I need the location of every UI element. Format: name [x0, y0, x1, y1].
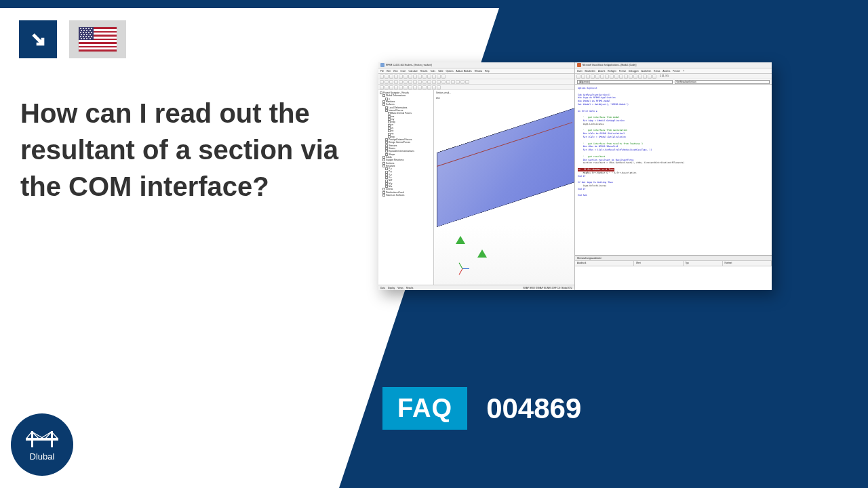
>-button[interactable] — [394, 85, 398, 89]
break-button[interactable] — [619, 75, 623, 79]
sel-button[interactable] — [418, 75, 422, 79]
help-button[interactable] — [652, 75, 656, 79]
menu-item[interactable]: Ansicht — [598, 70, 605, 73]
help-button[interactable] — [437, 85, 441, 89]
status-tab[interactable]: Results — [406, 287, 414, 289]
save-button[interactable] — [581, 75, 585, 79]
rfem-toolbar-2[interactable] — [378, 79, 574, 85]
menu-item[interactable]: Window — [475, 70, 482, 73]
menu-item[interactable]: Bearbeiten — [585, 70, 595, 73]
reset-button[interactable] — [624, 75, 628, 79]
iso-button[interactable] — [380, 80, 384, 84]
layer-button[interactable] — [437, 75, 441, 79]
pan-button[interactable] — [413, 80, 417, 84]
run-button[interactable] — [614, 75, 618, 79]
find-button[interactable] — [600, 75, 604, 79]
paste-button[interactable] — [413, 75, 417, 79]
menu-item[interactable]: Einfügen — [608, 70, 616, 73]
status-tab[interactable]: Data — [380, 287, 385, 289]
menu-item[interactable]: Results — [420, 70, 428, 73]
opts-button[interactable] — [403, 85, 408, 89]
find-button[interactable] — [422, 75, 427, 79]
menu-item[interactable]: Format — [619, 70, 626, 73]
menu-item[interactable]: Fenster — [673, 70, 680, 73]
render-button[interactable] — [422, 80, 427, 84]
redo-button[interactable] — [610, 75, 614, 79]
menu-item[interactable]: View — [393, 70, 398, 73]
copy-button[interactable] — [591, 75, 595, 79]
zoomr-button[interactable] — [408, 80, 412, 84]
menu-item[interactable]: File — [380, 70, 384, 73]
redo-button[interactable] — [403, 75, 408, 79]
scale-button[interactable] — [427, 85, 431, 89]
anim-button[interactable] — [460, 80, 465, 84]
props-button[interactable] — [643, 75, 647, 79]
menu-item[interactable]: Options — [446, 70, 454, 73]
obj-button[interactable] — [648, 75, 652, 79]
vba-watch-panel[interactable]: Überwachungsausdrücke AusdruckWertTypKon… — [575, 255, 772, 290]
res-button[interactable] — [456, 80, 460, 84]
snap-button[interactable] — [432, 75, 436, 79]
wire-button[interactable] — [427, 80, 431, 84]
menu-item[interactable]: Tools — [430, 70, 435, 73]
rot-button[interactable] — [418, 80, 422, 84]
LC1-button[interactable] — [384, 85, 389, 89]
undo-button[interactable] — [399, 75, 403, 79]
menu-item[interactable]: Table — [438, 70, 443, 73]
zoomw-button[interactable] — [403, 80, 408, 84]
<-button[interactable] — [389, 85, 393, 89]
rfem-menubar[interactable]: FileEditViewInsertCalculateResultsToolsT… — [378, 68, 574, 74]
vba-scope-dropdown[interactable]: (Allgemein) — [577, 80, 673, 84]
project-navigator-tree[interactable]: Project Navigator - ResultsGlobal Deform… — [378, 90, 434, 285]
menu-item[interactable]: Calculate — [408, 70, 417, 73]
undo-button[interactable] — [605, 75, 609, 79]
vba-proc-dropdown[interactable]: GetResultantSection — [675, 80, 770, 84]
vba-code-selectors[interactable]: (Allgemein) GetResultantSection — [575, 79, 772, 85]
print-button[interactable] — [394, 75, 398, 79]
view-button[interactable] — [576, 75, 580, 79]
step-button[interactable] — [633, 75, 637, 79]
grid-button[interactable] — [427, 75, 431, 79]
vba-toolbar[interactable]: Z 26, S 5 — [575, 74, 772, 79]
menu-item[interactable]: Extras — [654, 70, 660, 73]
lc-sel-button[interactable] — [380, 85, 384, 89]
meas-button[interactable] — [465, 80, 469, 84]
play-button[interactable] — [399, 85, 403, 89]
colors-button[interactable] — [422, 85, 427, 89]
load-button[interactable] — [451, 80, 455, 84]
label-button[interactable] — [432, 85, 436, 89]
save-button[interactable] — [389, 75, 393, 79]
vba-code-editor[interactable]: Option Explicit Sub GetResultantSection(… — [575, 85, 772, 255]
copy-button[interactable] — [408, 75, 412, 79]
axes-button[interactable] — [441, 80, 446, 84]
menu-item[interactable]: ? — [683, 70, 684, 73]
new-button[interactable] — [380, 75, 384, 79]
cut-button[interactable] — [586, 75, 590, 79]
menu-item[interactable]: Help — [485, 70, 490, 73]
filter-button[interactable] — [418, 85, 422, 89]
show-button[interactable] — [408, 85, 412, 89]
hide-button[interactable] — [413, 85, 417, 89]
menu-item[interactable]: Add-Ins — [663, 70, 670, 73]
menu-item[interactable]: Edit — [387, 70, 391, 73]
view-button[interactable] — [441, 75, 446, 79]
open-button[interactable] — [384, 75, 389, 79]
top-button[interactable] — [384, 80, 389, 84]
proj-button[interactable] — [638, 75, 642, 79]
status-tab[interactable]: Display — [388, 287, 395, 289]
design-button[interactable] — [629, 75, 633, 79]
rfem-toolbar-1[interactable] — [378, 74, 574, 79]
vba-menubar[interactable]: DateiBearbeitenAnsichtEinfügenFormatDebu… — [575, 68, 772, 74]
tree-item[interactable]: Values on Surfaces — [380, 194, 432, 197]
mesh-button[interactable] — [437, 80, 441, 84]
side-button[interactable] — [394, 80, 398, 84]
shade-button[interactable] — [432, 80, 436, 84]
menu-item[interactable]: Insert — [401, 70, 406, 73]
rfem-toolbar-3[interactable] — [378, 85, 574, 90]
menu-item[interactable]: Ausführen — [642, 70, 652, 73]
num-button[interactable] — [446, 80, 450, 84]
zoomf-button[interactable] — [399, 80, 403, 84]
menu-item[interactable]: Debuggen — [629, 70, 639, 73]
menu-item[interactable]: Add-on Modules — [456, 70, 472, 73]
front-button[interactable] — [389, 80, 393, 84]
